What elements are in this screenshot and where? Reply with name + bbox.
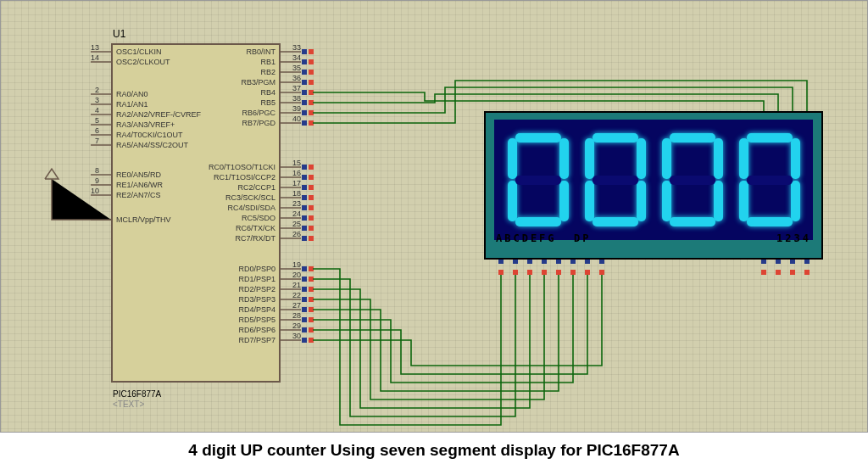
svg-text:33: 33: [292, 43, 301, 52]
svg-text:7: 7: [95, 137, 99, 145]
svg-rect-75: [309, 120, 314, 126]
svg-text:20: 20: [292, 271, 301, 279]
svg-text:10: 10: [91, 187, 99, 195]
svg-text:18: 18: [292, 189, 301, 198]
digit-4: [736, 130, 804, 230]
svg-rect-140: [309, 307, 314, 312]
svg-rect-163: [542, 270, 547, 275]
svg-text:38: 38: [292, 94, 301, 103]
svg-rect-70: [309, 110, 314, 115]
svg-rect-65: [309, 100, 314, 105]
svg-text:14: 14: [91, 53, 99, 62]
svg-rect-169: [585, 270, 590, 275]
svg-rect-149: [302, 327, 307, 332]
svg-text:29: 29: [292, 321, 301, 330]
svg-rect-159: [513, 270, 518, 275]
display-screen: [494, 120, 813, 240]
svg-rect-145: [309, 317, 314, 322]
svg-text:36: 36: [292, 74, 301, 82]
svg-rect-157: [498, 270, 504, 275]
svg-text:3: 3: [95, 96, 99, 104]
svg-text:21: 21: [292, 281, 301, 289]
svg-rect-135: [309, 297, 314, 302]
svg-text:37: 37: [292, 84, 301, 92]
svg-rect-85: [309, 175, 314, 180]
svg-text:40: 40: [292, 115, 301, 123]
seven-segment-module: ABCDEFG DP 1234: [484, 111, 823, 260]
svg-rect-144: [302, 317, 307, 322]
svg-rect-104: [302, 215, 307, 221]
svg-text:27: 27: [292, 301, 301, 310]
svg-rect-150: [309, 327, 314, 332]
svg-text:22: 22: [292, 291, 301, 299]
svg-rect-69: [302, 110, 307, 115]
digit-1: [504, 130, 572, 230]
svg-text:39: 39: [292, 104, 301, 113]
svg-rect-124: [302, 277, 307, 282]
svg-rect-79: [302, 165, 307, 170]
svg-text:24: 24: [292, 210, 301, 218]
svg-rect-84: [302, 175, 307, 180]
svg-rect-74: [302, 120, 307, 126]
svg-rect-173: [761, 270, 766, 275]
svg-rect-154: [302, 338, 307, 343]
svg-text:17: 17: [292, 179, 301, 187]
svg-rect-155: [309, 338, 314, 343]
svg-rect-105: [309, 215, 314, 221]
svg-text:15: 15: [292, 159, 301, 167]
svg-text:1: 1: [95, 211, 99, 220]
svg-text:9: 9: [95, 176, 99, 185]
svg-rect-54: [302, 80, 307, 85]
svg-rect-175: [776, 270, 781, 275]
segment-labels: ABCDEFG DP: [496, 232, 591, 244]
svg-rect-50: [309, 70, 314, 75]
svg-rect-167: [570, 270, 576, 275]
svg-rect-40: [309, 49, 314, 54]
schematic-canvas: U1 PIC16F877A <TEXT> 13OSC1/CLKIN14OSC2/…: [0, 0, 868, 433]
svg-text:26: 26: [292, 230, 301, 238]
svg-text:13: 13: [91, 43, 99, 52]
svg-text:4: 4: [95, 106, 99, 115]
svg-rect-94: [302, 195, 307, 200]
svg-rect-130: [309, 287, 314, 292]
svg-rect-114: [302, 236, 307, 241]
svg-rect-179: [804, 270, 810, 275]
svg-rect-109: [302, 226, 307, 231]
svg-text:35: 35: [292, 64, 301, 72]
svg-text:16: 16: [292, 169, 301, 177]
svg-rect-129: [302, 287, 307, 292]
caption: 4 digit UP counter Using seven segment d…: [0, 441, 868, 460]
svg-rect-99: [302, 205, 307, 210]
svg-text:30: 30: [292, 332, 301, 340]
svg-text:25: 25: [292, 220, 301, 228]
svg-rect-80: [309, 165, 314, 170]
svg-rect-115: [309, 236, 314, 241]
svg-rect-100: [309, 205, 314, 210]
svg-text:34: 34: [292, 53, 301, 62]
svg-rect-49: [302, 70, 307, 75]
svg-rect-90: [309, 185, 314, 190]
svg-text:23: 23: [292, 199, 301, 208]
svg-text:28: 28: [292, 311, 301, 320]
svg-text:8: 8: [95, 166, 99, 175]
svg-rect-161: [527, 270, 532, 275]
svg-text:19: 19: [292, 260, 301, 269]
svg-rect-39: [302, 49, 307, 54]
svg-rect-95: [309, 195, 314, 200]
svg-rect-64: [302, 100, 307, 105]
svg-rect-120: [309, 266, 314, 271]
svg-rect-177: [790, 270, 795, 275]
svg-rect-125: [309, 277, 314, 282]
svg-rect-134: [302, 297, 307, 302]
svg-rect-44: [302, 59, 307, 64]
chip-partnumber: PIC16F877A: [113, 389, 161, 399]
svg-rect-165: [556, 270, 561, 275]
svg-text:5: 5: [95, 116, 99, 125]
chip-placeholder: <TEXT>: [113, 400, 144, 409]
svg-rect-45: [309, 59, 314, 64]
digit-3: [659, 130, 726, 230]
svg-rect-89: [302, 185, 307, 190]
svg-text:2: 2: [95, 86, 99, 94]
svg-rect-171: [599, 270, 604, 275]
svg-text:6: 6: [95, 126, 99, 135]
